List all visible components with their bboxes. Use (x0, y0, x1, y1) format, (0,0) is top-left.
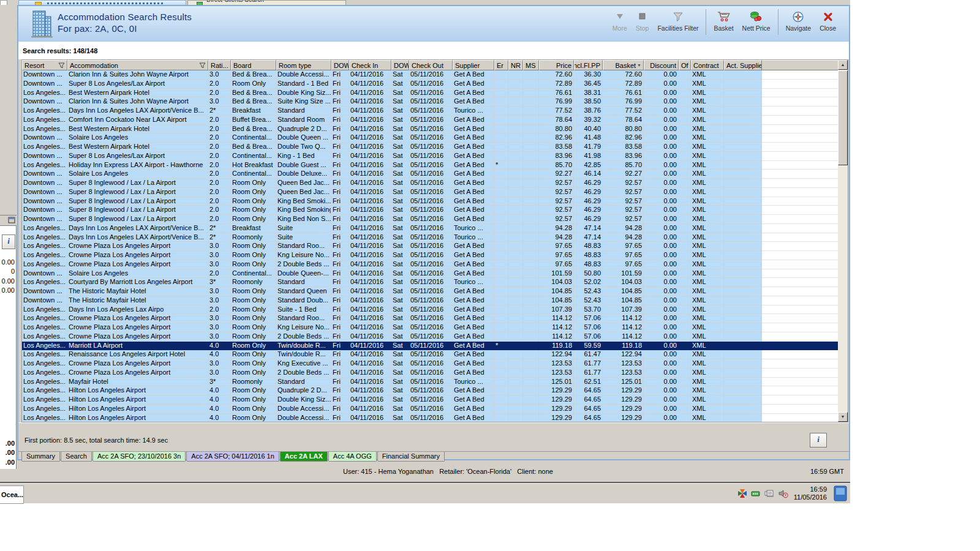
top-tab-direct-clients-search[interactable]: Direct Clients Search (187, 0, 346, 5)
table-row[interactable]: Downtown ...Super 8 Inglewood / Lax / La… (22, 188, 838, 197)
column-header-supplier[interactable]: Supplier (453, 60, 494, 70)
info-button[interactable]: i (2, 234, 15, 249)
table-row[interactable]: Downtown ...Super 8 Inglewood / Lax / La… (22, 197, 838, 206)
column-header-of[interactable]: Of (679, 60, 691, 70)
table-row[interactable]: Los Angeles...Crowne Plaza Los Angeles A… (22, 359, 838, 369)
table-row[interactable]: Los Angeles...Hilton Los Angeles Airport… (22, 386, 838, 395)
table-cell (724, 323, 762, 332)
column-header-discount[interactable]: Discount (644, 60, 679, 70)
table-cell: Fri (331, 405, 349, 414)
table-cell: King Bed Non S... (276, 215, 331, 224)
table-cell (494, 278, 508, 287)
column-header-nr[interactable]: NR (508, 60, 523, 70)
toolbar-label: Nett Price (742, 24, 771, 32)
column-header-room-type[interactable]: Room type (276, 60, 331, 70)
table-row[interactable]: Los Angeles...Days Inn Los Angeles Lax A… (22, 305, 838, 315)
table-cell (724, 80, 762, 89)
table-cell: Get A Bed (453, 188, 494, 197)
scrollbar-thumb[interactable] (838, 70, 848, 165)
row-filler (762, 414, 838, 422)
table-row[interactable]: Los Angeles...Crowne Plaza Los Angeles A… (22, 323, 838, 332)
table-row[interactable]: Downtown ...The Historic Mayfair Hotel3.… (22, 287, 838, 296)
window-fragment (0, 0, 7, 5)
table-row[interactable]: Los Angeles...Days Inn Los Angeles LAX A… (22, 107, 838, 116)
column-header-accommodation[interactable]: Accommodation (67, 60, 208, 70)
table-row[interactable]: Los Angeles...Crowne Plaza Los Angeles A… (22, 242, 838, 251)
column-header-check-in[interactable]: Check In (349, 60, 391, 70)
table-cell: Sat (391, 342, 409, 351)
table-row[interactable]: Los Angeles...Renaissance Los Angeles Ai… (22, 350, 838, 359)
table-cell: 92.57 (603, 215, 644, 224)
navigate-button[interactable]: Navigate (782, 8, 815, 32)
table-cell (508, 197, 523, 206)
column-header-price[interactable]: Price (539, 60, 574, 70)
table-row[interactable]: Los Angeles...Hilton Los Angeles Airport… (22, 414, 838, 422)
table-row[interactable]: Los Angeles...Days Inn Los Angeles LAX A… (22, 224, 838, 233)
column-header-check-out[interactable]: Check Out (409, 60, 453, 70)
column-header-dow[interactable]: DOW (331, 60, 349, 70)
table-row[interactable]: Downtown ...Solaire Los Angeles2.0Contin… (22, 269, 838, 279)
basket-button[interactable]: Basket (709, 8, 737, 32)
top-tab-search-form[interactable] (18, 0, 186, 5)
table-row[interactable]: Los Angeles...Crowne Plaza Los Angeles A… (22, 251, 838, 260)
filter-funnel-icon[interactable] (199, 62, 206, 69)
table-cell: 92.57 (539, 179, 574, 188)
column-header-rati[interactable]: Rati... (208, 60, 231, 70)
column-header-resort[interactable]: Resort (22, 60, 67, 70)
hardware-icon[interactable] (764, 489, 774, 498)
table-cell: 04/11/2016 (349, 179, 391, 188)
table-cell: Double Accessi... (276, 70, 331, 80)
table-row[interactable]: Los Angeles...Crowne Plaza Los Angeles A… (22, 260, 838, 269)
table-row[interactable]: Los Angeles...Marriott LA Airport4.0Room… (22, 342, 838, 351)
table-row[interactable]: Los Angeles...Best Western Airpark Hotel… (22, 143, 838, 152)
show-desktop-icon[interactable] (834, 485, 847, 501)
scroll-down-button[interactable]: ▼ (838, 412, 848, 422)
table-row[interactable]: Los Angeles...Mayfair Hotel3*RoomonlySta… (22, 378, 838, 387)
antivirus-icon[interactable] (737, 489, 747, 498)
table-row[interactable]: Los Angeles...Crowne Plaza Los Angeles A… (22, 314, 838, 323)
column-header-dow[interactable]: DOW (391, 60, 409, 70)
table-row[interactable]: Downtown ...Clarion Inn & Suites John Wa… (22, 70, 838, 80)
table-cell (523, 405, 539, 414)
info-button[interactable]: i (810, 433, 827, 448)
volume-muted-icon[interactable] (778, 489, 788, 498)
table-row[interactable]: Los Angeles...Holiday Inn Express LAX Ai… (22, 161, 838, 170)
table-cell: 0.00 (644, 405, 679, 414)
nett-price-button[interactable]: Nett Price (738, 8, 775, 32)
table-row[interactable]: Downtown ...Super 8 Inglewood / Lax / La… (22, 215, 838, 224)
table-row[interactable]: Los Angeles...Days Inn Los Angeles LAX A… (22, 233, 838, 242)
taskbar-app-button[interactable]: Ocea... (0, 485, 24, 504)
column-header-act-supplier[interactable]: Act. Supplier (724, 60, 762, 70)
table-row[interactable]: Los Angeles...Hilton Los Angeles Airport… (22, 395, 838, 405)
column-header-incl-fl-pp[interactable]: Incl.Fl.PP (574, 60, 603, 70)
table-row[interactable]: Downtown ...Super 8 Inglewood / Lax / La… (22, 206, 838, 215)
table-row[interactable]: Downtown ...Solaire Los Angeles2.0Contin… (22, 133, 838, 143)
table-row[interactable]: Downtown ...Clarion Inn & Suites John Wa… (22, 97, 838, 107)
table-cell: 53.70 (574, 305, 603, 315)
column-header-board[interactable]: Board (231, 60, 276, 70)
table-row[interactable]: Los Angeles...Hilton Los Angeles Airport… (22, 405, 838, 414)
filter-funnel-icon[interactable] (58, 62, 65, 69)
close-button[interactable]: Close (815, 8, 840, 32)
table-row[interactable]: Los Angeles...Comfort Inn Cockatoo Near … (22, 116, 838, 125)
table-row[interactable]: Downtown ...Super 8 Inglewood / Lax / La… (22, 179, 838, 188)
column-header-contract[interactable]: Contract (691, 60, 724, 70)
table-row[interactable]: Los Angeles...Courtyard By Marriott Los … (22, 278, 838, 287)
table-row[interactable]: Los Angeles...Best Western Airpark Hotel… (22, 89, 838, 98)
scroll-up-button[interactable]: ▲ (838, 60, 848, 70)
column-header-basket[interactable]: Basket▼ (603, 60, 644, 70)
table-row[interactable]: Los Angeles...Crowne Plaza Los Angeles A… (22, 369, 838, 378)
restore-window-icon[interactable] (8, 217, 15, 223)
facilities-filter-button[interactable]: Facilities Filter (653, 8, 703, 32)
table-row[interactable]: Downtown ...The Historic Mayfair Hotel3.… (22, 296, 838, 305)
table-row[interactable]: Downtown ...Super 8 Los Angeles/Lax Airp… (22, 152, 838, 161)
table-row[interactable]: Los Angeles...Crowne Plaza Los Angeles A… (22, 332, 838, 342)
column-header-er[interactable]: Er (494, 60, 508, 70)
network-adapter-icon[interactable] (751, 489, 761, 498)
column-header-ms[interactable]: MS (523, 60, 539, 70)
table-cell: XML (691, 332, 724, 342)
table-row[interactable]: Downtown ...Super 8 Los Angeles/Lax Airp… (22, 80, 838, 89)
table-row[interactable]: Downtown ...Solaire Los Angeles2.0Contin… (22, 170, 838, 179)
table-row[interactable]: Los Angeles...Best Western Airpark Hotel… (22, 125, 838, 134)
vertical-scrollbar[interactable]: ▲ ▼ (838, 60, 848, 422)
